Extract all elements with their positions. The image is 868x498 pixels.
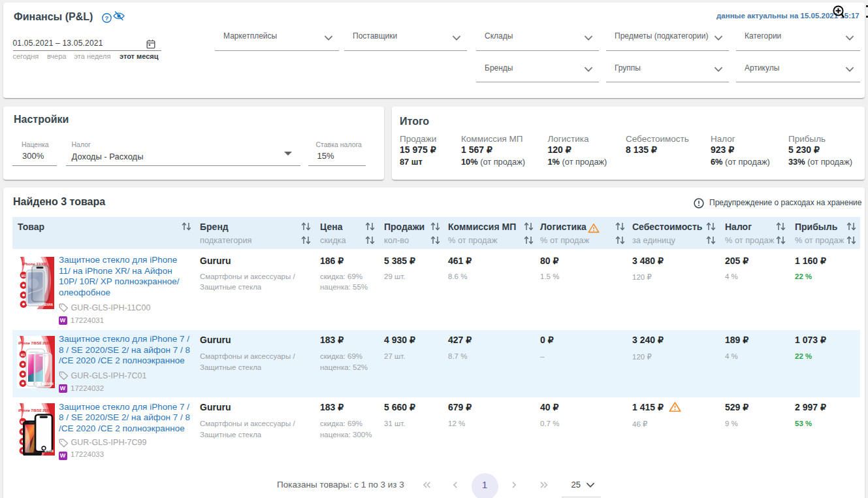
svg-text:M1: M1 xyxy=(22,274,26,278)
svg-text:BIVAN: BIVAN xyxy=(44,303,53,307)
svg-text:iPhone 7/8/SE 2020: iPhone 7/8/SE 2020 xyxy=(18,408,50,412)
svg-text:BIVAN: BIVAN xyxy=(44,382,54,386)
svg-text:M1: M1 xyxy=(21,354,25,357)
svg-text:BIVAN: BIVAN xyxy=(44,450,54,453)
svg-text:iPhone 7/8/SE 2020: iPhone 7/8/SE 2020 xyxy=(18,341,50,345)
svg-text:?: ? xyxy=(105,14,109,22)
